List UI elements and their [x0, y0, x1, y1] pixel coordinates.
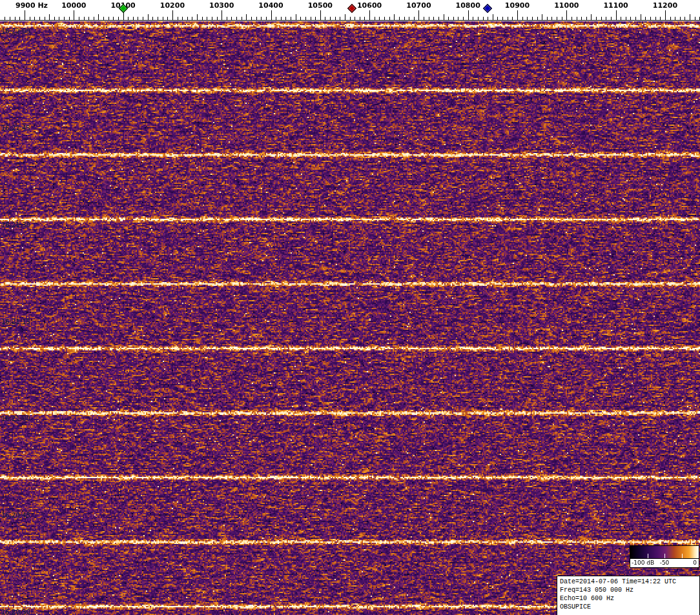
db-color-scale: -100 dB -50 0 — [630, 545, 699, 568]
info-line: Freq=143 050 000 Hz — [560, 586, 697, 594]
db-max-label: 0 — [693, 559, 697, 567]
info-line: Echo=10 600 Hz — [560, 594, 697, 603]
spectrogram-canvas[interactable] — [0, 21, 700, 615]
db-min-label: -100 dB — [632, 559, 654, 567]
db-scale-tick — [648, 554, 648, 558]
db-mid-label: -50 — [660, 559, 670, 567]
frequency-axis — [0, 0, 700, 21]
db-scale-labels: -100 dB -50 0 — [630, 559, 699, 568]
info-line: Date=2014-07-06 Time=14:22 UTC — [560, 578, 697, 586]
spectrogram-waterfall-app: 16:22:0016:21:4516:21:3016:21:1516:21:00… — [0, 0, 700, 615]
db-scale-tick — [664, 554, 665, 558]
db-scale-tick — [682, 554, 683, 558]
observation-info-box: Date=2014-07-06 Time=14:22 UTCFreq=143 0… — [557, 576, 700, 615]
info-line: OBSUPICE — [560, 603, 697, 611]
db-gradient-bar — [630, 545, 699, 559]
